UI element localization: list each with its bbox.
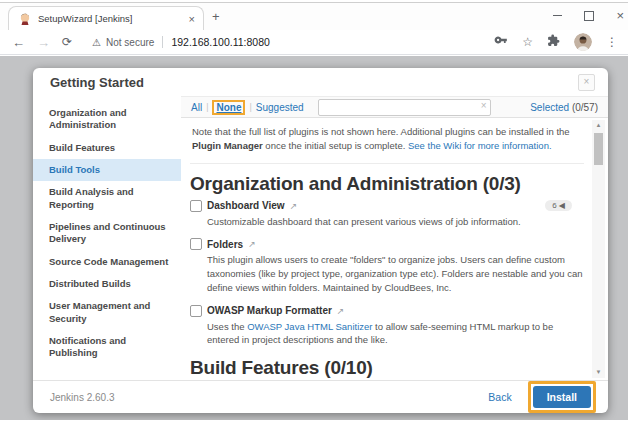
tab-title: SetupWizard [Jenkins]: [38, 13, 187, 24]
filter-suggested-link[interactable]: Suggested: [256, 102, 304, 113]
dialog-close-icon[interactable]: ×: [578, 74, 595, 91]
note-text: Note that the full list of plugins is no…: [192, 126, 570, 137]
section-heading-build-features: Build Features (0/10): [190, 357, 584, 379]
desc-text: Uses the: [207, 321, 247, 332]
plugin-list-scroll-area: Note that the full list of plugins is no…: [181, 118, 608, 380]
selected-count: (0/57): [572, 102, 598, 113]
browser-tab[interactable]: SetupWizard [Jenkins] ×: [8, 6, 204, 30]
dialog-title: Getting Started: [50, 75, 144, 90]
sidebar-item-build-tools[interactable]: Build Tools: [33, 159, 181, 181]
vertical-scrollbar[interactable]: ▲ ▼: [592, 120, 605, 378]
sidebar-item-build-analysis-and-reporting[interactable]: Build Analysis and Reporting: [33, 181, 181, 216]
plugin-note: Note that the full list of plugins is no…: [190, 118, 584, 164]
plugin-item-owasp-markup-formatter: OWASP Markup Formatter ↗ Uses the OWASP …: [190, 305, 584, 348]
window-maximize-button[interactable]: [584, 6, 594, 24]
new-tab-button[interactable]: +: [212, 9, 220, 24]
plugin-checkbox[interactable]: [190, 238, 202, 250]
search-clear-icon[interactable]: ×: [481, 100, 487, 111]
jenkins-version-label: Jenkins 2.60.3: [50, 392, 115, 403]
filter-separator: |: [249, 102, 251, 112]
not-secure-label[interactable]: Not secure: [106, 37, 154, 48]
external-link-icon[interactable]: ↗: [337, 306, 345, 316]
screen: SetupWizard [Jenkins] × + × ← → ⟳ ⚠ Not …: [0, 0, 628, 428]
external-link-icon[interactable]: ↗: [248, 239, 256, 249]
url-divider: [162, 36, 163, 48]
forward-icon: →: [37, 35, 50, 50]
page-background: Getting Started × Organization and Admin…: [0, 56, 628, 420]
browser-menu-icon[interactable]: ⋮: [606, 35, 618, 49]
warning-icon: ⚠: [92, 37, 101, 48]
dependency-badge: 6 ◀: [545, 200, 572, 211]
filter-bar: All | None | Suggested × Selected (0/57): [181, 96, 608, 118]
plugin-checkbox[interactable]: [190, 305, 202, 317]
url-text[interactable]: 192.168.100.11:8080: [171, 36, 269, 48]
key-icon[interactable]: [494, 33, 508, 51]
profile-avatar[interactable]: [574, 33, 592, 51]
owasp-sanitizer-link[interactable]: OWASP Java HTML Sanitizer: [247, 321, 372, 332]
install-annotation-box: Install: [528, 381, 596, 413]
sidebar-item-source-code-management[interactable]: Source Code Management: [33, 251, 181, 273]
window-minimize-button[interactable]: [553, 6, 562, 24]
search-field-wrap: ×: [318, 99, 491, 116]
selected-word: Selected: [530, 102, 569, 113]
sidebar-item-notifications-and-publishing[interactable]: Notifications and Publishing: [33, 330, 181, 365]
note-plugin-manager: Plugin Manager: [192, 140, 263, 151]
sidebar-item-pipelines-and-continuous-delivery[interactable]: Pipelines and Continuous Delivery: [33, 216, 181, 251]
section-heading-organization: Organization and Administration (0/3): [190, 173, 584, 195]
toolbar-icons: ☆ ⋮: [494, 33, 618, 51]
install-button[interactable]: Install: [533, 386, 591, 408]
external-link-icon[interactable]: ↗: [290, 201, 298, 211]
bookmark-star-icon[interactable]: ☆: [522, 35, 533, 49]
scroll-up-icon[interactable]: ▲: [592, 120, 605, 131]
sidebar-item-build-features[interactable]: Build Features: [33, 137, 181, 159]
note-text: once the initial setup is complete.: [263, 140, 408, 151]
omnibox[interactable]: ⚠ Not secure 192.168.100.11:8080: [92, 36, 494, 48]
filter-none-annotation-box: None: [212, 100, 245, 115]
category-sidebar: Organization and Administration Build Fe…: [33, 96, 181, 380]
plugin-name[interactable]: Dashboard View: [207, 200, 285, 211]
back-button[interactable]: Back: [488, 391, 511, 403]
tab-close-icon[interactable]: ×: [187, 13, 197, 25]
plugin-checkbox[interactable]: [190, 200, 202, 212]
plugin-description: This plugin allows users to create "fold…: [207, 253, 584, 294]
extensions-puzzle-icon[interactable]: [547, 33, 560, 51]
plugin-item-dashboard-view: Dashboard View ↗ 6 ◀ Customizable dashbo…: [190, 200, 584, 229]
plugin-name[interactable]: OWASP Markup Formatter: [207, 305, 332, 316]
filter-separator: |: [206, 102, 208, 112]
plugin-name[interactable]: Folders: [207, 239, 243, 250]
window-close-button[interactable]: ×: [616, 9, 624, 22]
filter-none-link[interactable]: None: [216, 102, 241, 113]
wiki-link[interactable]: See the Wiki for more information.: [408, 140, 552, 151]
sidebar-item-organization-and-administration[interactable]: Organization and Administration: [33, 102, 181, 137]
dialog-header: Getting Started ×: [33, 68, 608, 96]
dialog-footer: Jenkins 2.60.3 Back Install: [33, 380, 608, 413]
selected-count-label[interactable]: Selected (0/57): [530, 102, 598, 113]
back-icon[interactable]: ←: [12, 35, 25, 50]
address-bar: ← → ⟳ ⚠ Not secure 192.168.100.11:8080 ☆: [0, 30, 628, 55]
scrollbar-thumb[interactable]: [594, 133, 603, 165]
bottom-strip: [0, 420, 628, 428]
plugin-description: Customizable dashboard that can present …: [207, 215, 584, 229]
reload-icon[interactable]: ⟳: [62, 35, 72, 49]
sidebar-item-user-management-and-security[interactable]: User Management and Security: [33, 295, 181, 330]
plugin-search-input[interactable]: [318, 99, 491, 116]
tab-strip: SetupWizard [Jenkins] × + ×: [0, 3, 628, 30]
filter-all-link[interactable]: All: [191, 102, 202, 113]
sidebar-item-distributed-builds[interactable]: Distributed Builds: [33, 273, 181, 295]
plugin-description: Uses the OWASP Java HTML Sanitizer to al…: [207, 320, 584, 348]
scroll-down-icon[interactable]: ▼: [592, 367, 605, 378]
getting-started-dialog: Getting Started × Organization and Admin…: [33, 68, 608, 413]
plugin-panel: All | None | Suggested × Selected (0/57): [181, 96, 608, 380]
window-controls: ×: [553, 6, 624, 24]
jenkins-favicon-icon: [18, 12, 32, 26]
plugin-item-folders: Folders ↗ This plugin allows users to cr…: [190, 238, 584, 294]
